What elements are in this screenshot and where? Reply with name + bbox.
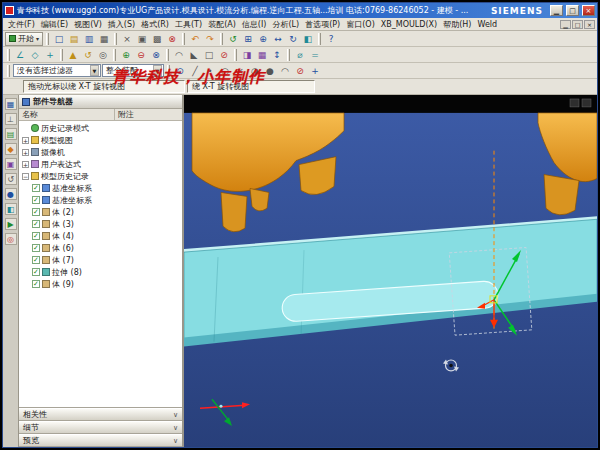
toolbar-grip[interactable] [46,33,49,45]
tangent-point-icon[interactable]: ◠ [278,64,292,78]
existing-point-icon[interactable]: ● [263,64,277,78]
tree-row-feature[interactable]: ✓ 基准坐标系 [19,182,182,194]
checkbox-icon[interactable]: ✓ [32,280,40,288]
checkbox-icon[interactable]: ✓ [32,244,40,252]
rotate-view-icon[interactable]: ↻ [286,32,300,46]
tree-item-label[interactable]: 模型视图 [41,135,73,146]
tree-row-user-expressions[interactable]: + 用户表达式 [19,158,182,170]
checkbox-icon[interactable]: ✓ [32,268,40,276]
cut-icon[interactable]: × [120,32,134,46]
move-object-icon[interactable]: ↕ [270,48,284,62]
chamfer-icon[interactable]: ◣ [187,48,201,62]
checkbox-icon[interactable]: ✓ [32,220,40,228]
help-icon[interactable]: ? [324,32,338,46]
viewport-mini-icon[interactable] [570,99,579,107]
history-palette-icon[interactable]: ↺ [5,173,17,185]
mdi-close-button[interactable]: × [584,20,595,29]
subtract-icon[interactable]: ⊖ [134,48,148,62]
tree-item-label[interactable]: 模型历史记录 [41,171,89,182]
reuse-library-icon[interactable]: ◆ [5,143,17,155]
chevron-down-icon[interactable]: ∨ [173,411,178,419]
restore-button[interactable]: □ [566,5,579,16]
roles-icon[interactable]: ◎ [5,233,17,245]
feature-label[interactable]: 体 (6) [52,243,74,254]
viewport-mini-icon[interactable] [582,99,591,107]
feature-label[interactable]: 体 (3) [52,219,74,230]
copy-icon[interactable]: ▣ [135,32,149,46]
menu-assemblies[interactable]: 装配(A) [205,19,239,30]
minimize-button[interactable]: ▁ [550,5,563,16]
toolbar-grip[interactable] [234,49,237,61]
mdi-restore-button[interactable]: □ [572,20,583,29]
checkbox-icon[interactable]: ✓ [32,196,40,204]
column-name[interactable]: 名称 [19,109,115,120]
shaded-view-icon[interactable]: ◧ [301,32,315,46]
menu-window[interactable]: 窗口(O) [343,19,378,30]
expander-icon[interactable]: + [22,137,29,144]
menu-format[interactable]: 格式(R) [138,19,172,30]
trim-body-icon[interactable]: ⊘ [217,48,231,62]
redo-icon[interactable]: ↷ [203,32,217,46]
edge-blend-icon[interactable]: ◠ [172,48,186,62]
tree-row-model-views[interactable]: + 模型视图 [19,134,182,146]
expander-icon[interactable]: + [22,161,29,168]
tree-row-cameras[interactable]: + 摄像机 [19,146,182,158]
datum-csys-icon[interactable]: + [43,48,57,62]
save-icon[interactable]: ▥ [82,32,96,46]
part-navigator-icon[interactable]: ▤ [5,128,17,140]
expander-icon[interactable]: − [22,173,29,180]
fit-view-icon[interactable]: ⊞ [241,32,255,46]
zoom-icon[interactable]: ⊕ [256,32,270,46]
assembly-navigator-icon[interactable]: ▦ [5,98,17,110]
toolbar-grip[interactable] [318,33,321,45]
menu-edit[interactable]: 编辑(E) [38,19,71,30]
hole-icon[interactable]: ◎ [96,48,110,62]
part-orange-left-leg[interactable] [221,192,247,231]
pan-icon[interactable]: ↔ [271,32,285,46]
menu-file[interactable]: 文件(F) [5,19,38,30]
measure-icon[interactable]: ⌀ [293,48,307,62]
part-orange-right-leg[interactable] [544,175,579,215]
mirror-feature-icon[interactable]: ◨ [240,48,254,62]
point-dialog-icon[interactable]: + [308,64,322,78]
tree-row-feature[interactable]: ✓ 体 (4) [19,230,182,242]
feature-label[interactable]: 基准坐标系 [52,195,92,206]
menu-preferences[interactable]: 首选项(P) [302,19,343,30]
close-button[interactable]: × [582,5,595,16]
chevron-down-icon[interactable]: ∨ [173,437,178,445]
toolbar-grip[interactable] [114,33,117,45]
toolbar-grip[interactable] [166,49,169,61]
undo-icon[interactable]: ↶ [188,32,202,46]
tree-row-feature[interactable]: ✓ 体 (9) [19,278,182,290]
navigator-tree[interactable]: 历史记录模式 + 模型视图 + 摄像机 + 用 [19,121,182,407]
feature-label[interactable]: 体 (7) [52,255,74,266]
menu-xb-mould[interactable]: XB_MOULD(X) [378,20,440,29]
chevron-down-icon[interactable]: ▼ [90,65,99,76]
checkbox-icon[interactable]: ✓ [32,256,40,264]
part-navigator-header[interactable]: 部件导航器 [19,95,182,109]
feature-label[interactable]: 体 (9) [52,279,74,290]
menu-view[interactable]: 视图(V) [71,19,105,30]
selection-filter-combo[interactable]: 没有选择过滤器 ▼ [13,64,101,77]
tree-item-label[interactable]: 用户表达式 [41,159,81,170]
toolbar-grip[interactable] [113,49,116,61]
unite-icon[interactable]: ⊕ [119,48,133,62]
tree-row-feature[interactable]: ✓ 体 (2) [19,206,182,218]
paste-icon[interactable]: ▩ [150,32,164,46]
materials-icon[interactable]: ◧ [5,203,17,215]
menu-help[interactable]: 帮助(H) [440,19,474,30]
toolbar-grip[interactable] [60,49,63,61]
toolbar-grip[interactable] [220,33,223,45]
expressions-icon[interactable]: = [308,48,322,62]
checkbox-icon[interactable]: ✓ [32,232,40,240]
feature-label[interactable]: 拉伸 (8) [52,267,82,278]
toolbar-grip[interactable] [7,49,10,61]
sketch-icon[interactable]: ∠ [13,48,27,62]
mdi-minimize-button[interactable]: ▁ [560,20,571,29]
toolbar-grip[interactable] [287,49,290,61]
start-button[interactable]: 开始 ▾ [5,32,43,46]
tree-row-history-mode[interactable]: 历史记录模式 [19,122,182,134]
menu-insert[interactable]: 插入(S) [105,19,138,30]
tree-row-feature[interactable]: ✓ 体 (6) [19,242,182,254]
tree-row-feature[interactable]: ✓ 基准坐标系 [19,194,182,206]
